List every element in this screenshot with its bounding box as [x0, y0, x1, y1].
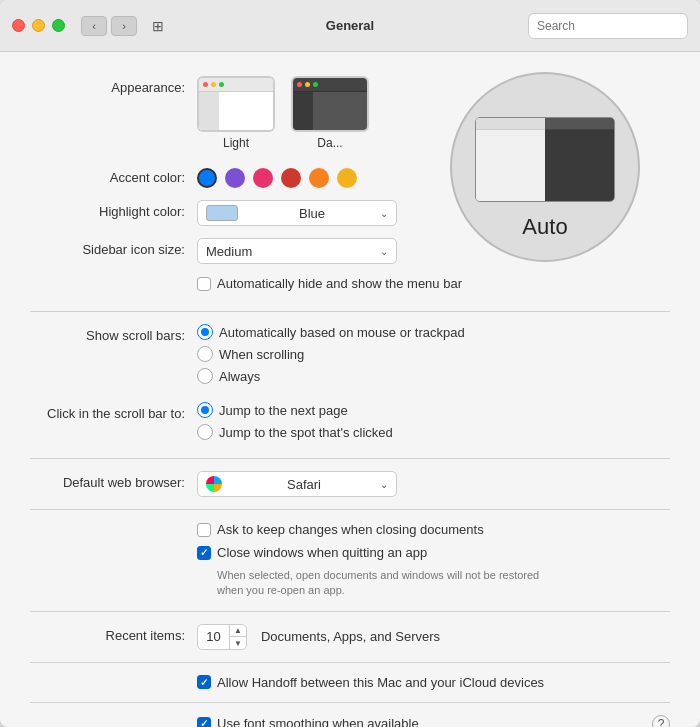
- sidebar-icon-size-chevron: ⌄: [380, 246, 388, 257]
- dark-thumb-titlebar: [293, 78, 367, 92]
- auto-label: Auto: [522, 214, 567, 240]
- font-smoothing-label: Use font smoothing when available: [217, 716, 419, 727]
- close-windows-checkbox-row: Close windows when quitting an app: [197, 545, 670, 560]
- appearance-label: Appearance:: [30, 76, 185, 95]
- handoff-label: Allow Handoff between this Mac and your …: [217, 675, 544, 690]
- scroll-bars-label: Show scroll bars:: [30, 324, 185, 343]
- search-box[interactable]: [528, 13, 688, 39]
- scroll-click-next-radio[interactable]: [197, 402, 213, 418]
- close-windows-checkbox[interactable]: [197, 546, 211, 560]
- highlight-color-preview: [206, 205, 238, 221]
- browser-value: Safari: [287, 477, 321, 492]
- maximize-button[interactable]: [52, 19, 65, 32]
- accent-blue[interactable]: [197, 168, 217, 188]
- scroll-auto-row: Automatically based on mouse or trackpad: [197, 324, 670, 340]
- accent-purple[interactable]: [225, 168, 245, 188]
- dark-dot-yellow: [305, 82, 310, 87]
- recent-items-stepper[interactable]: 10 ▲ ▼: [197, 624, 247, 650]
- indented-controls-1: Ask to keep changes when closing documen…: [185, 522, 670, 599]
- content: Auto Appearance:: [0, 52, 700, 727]
- accent-orange[interactable]: [309, 168, 329, 188]
- divider-6: [30, 702, 670, 703]
- font-smoothing-checkbox[interactable]: [197, 717, 211, 727]
- forward-button[interactable]: ›: [111, 16, 137, 36]
- accent-color-label: Accent color:: [30, 166, 185, 185]
- browser-control: Safari ⌄: [197, 471, 670, 497]
- menu-bar-checkbox[interactable]: [197, 277, 211, 291]
- light-thumb-titlebar: [199, 78, 273, 92]
- sidebar-icon-size-value: Medium: [206, 244, 252, 259]
- menu-bar-row: Automatically hide and show the menu bar: [30, 276, 670, 299]
- dark-thumb-sidebar: [293, 92, 313, 132]
- menu-bar-checkbox-label: Automatically hide and show the menu bar: [217, 276, 462, 291]
- sidebar-icon-size-label: Sidebar icon size:: [30, 238, 185, 257]
- font-smoothing-checkbox-row: Use font smoothing when available ?: [197, 715, 670, 727]
- recent-items-label: Recent items:: [30, 624, 185, 643]
- safari-icon: [206, 476, 222, 492]
- browser-row: Default web browser: Safari ⌄: [30, 471, 670, 497]
- dark-dot-green: [313, 82, 318, 87]
- divider-1: [30, 311, 670, 312]
- auto-thumb-img: [475, 117, 615, 202]
- titlebar: ‹ › ⊞ General: [0, 0, 700, 52]
- divider-2: [30, 458, 670, 459]
- light-thumb-body: [199, 92, 273, 132]
- back-button[interactable]: ‹: [81, 16, 107, 36]
- minimize-button[interactable]: [32, 19, 45, 32]
- scroll-auto-radio[interactable]: [197, 324, 213, 340]
- scroll-click-next-row: Jump to the next page: [197, 402, 670, 418]
- scroll-click-spot-label: Jump to the spot that's clicked: [219, 425, 393, 440]
- scroll-click-spot-radio[interactable]: [197, 424, 213, 440]
- highlight-color-value: Blue: [299, 206, 325, 221]
- help-button[interactable]: ?: [652, 715, 670, 727]
- scroll-auto-label: Automatically based on mouse or trackpad: [219, 325, 465, 340]
- highlight-color-select[interactable]: Blue ⌄: [197, 200, 397, 226]
- highlight-color-chevron: ⌄: [380, 208, 388, 219]
- stepper-up[interactable]: ▲: [230, 625, 246, 638]
- grid-button[interactable]: ⊞: [145, 16, 171, 36]
- browser-chevron: ⌄: [380, 479, 388, 490]
- indented-controls-2: Allow Handoff between this Mac and your …: [185, 675, 670, 690]
- menu-bar-empty-label: [30, 276, 185, 280]
- accent-red[interactable]: [281, 168, 301, 188]
- scroll-always-label: Always: [219, 369, 260, 384]
- light-dot-yellow: [211, 82, 216, 87]
- auto-overlay: Auto: [450, 72, 640, 262]
- accent-pink[interactable]: [253, 168, 273, 188]
- dark-thumb: [291, 76, 369, 132]
- scroll-click-row: Click in the scroll bar to: Jump to the …: [30, 402, 670, 446]
- scroll-scrolling-label: When scrolling: [219, 347, 304, 362]
- appearance-option-light[interactable]: Light: [197, 76, 275, 150]
- recent-items-inner: 10 ▲ ▼ Documents, Apps, and Servers: [197, 624, 670, 650]
- scroll-click-control: Jump to the next page Jump to the spot t…: [197, 402, 670, 446]
- stepper-down[interactable]: ▼: [230, 637, 246, 649]
- scroll-click-next-label: Jump to the next page: [219, 403, 348, 418]
- stepper-arrows: ▲ ▼: [230, 625, 246, 649]
- highlight-color-label: Highlight color:: [30, 200, 185, 219]
- appearance-option-dark[interactable]: Da...: [291, 76, 369, 150]
- recent-items-row: Recent items: 10 ▲ ▼ Documents, Apps, an…: [30, 624, 670, 650]
- ask-keep-checkbox[interactable]: [197, 523, 211, 537]
- close-button[interactable]: [12, 19, 25, 32]
- handoff-checkbox[interactable]: [197, 675, 211, 689]
- scroll-always-row: Always: [197, 368, 670, 384]
- accent-yellow[interactable]: [337, 168, 357, 188]
- light-dot-green: [219, 82, 224, 87]
- sidebar-icon-size-select[interactable]: Medium ⌄: [197, 238, 397, 264]
- scroll-scrolling-radio[interactable]: [197, 346, 213, 362]
- traffic-lights: [12, 19, 65, 32]
- scroll-scrolling-row: When scrolling: [197, 346, 670, 362]
- dark-thumb-body: [293, 92, 367, 132]
- divider-5: [30, 662, 670, 663]
- menu-bar-control: Automatically hide and show the menu bar: [197, 276, 670, 299]
- light-thumb: [197, 76, 275, 132]
- browser-select[interactable]: Safari ⌄: [197, 471, 397, 497]
- window-title: General: [326, 18, 374, 33]
- scroll-always-radio[interactable]: [197, 368, 213, 384]
- stepper-value: 10: [198, 625, 230, 649]
- recent-items-control: 10 ▲ ▼ Documents, Apps, and Servers: [197, 624, 670, 650]
- search-input[interactable]: [537, 19, 679, 33]
- light-dot-red: [203, 82, 208, 87]
- nav-buttons: ‹ ›: [81, 16, 137, 36]
- auto-thumb-left-bar: [476, 118, 545, 130]
